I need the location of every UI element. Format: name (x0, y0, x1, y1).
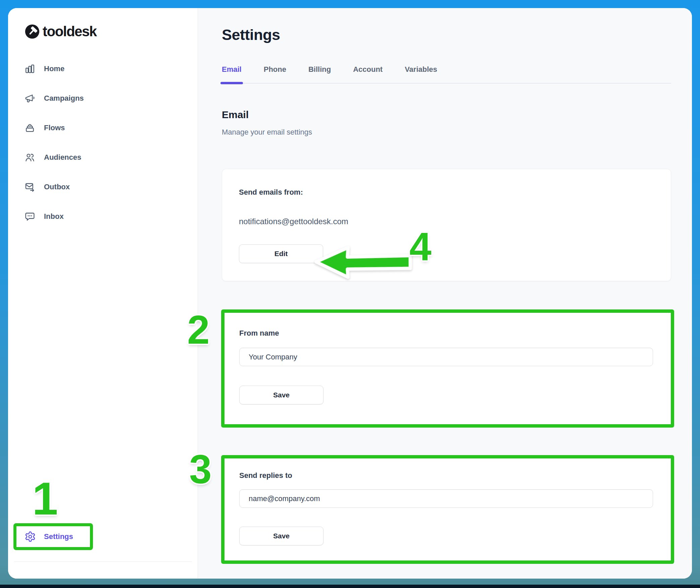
frame-bottom-edge (0, 585, 700, 588)
sidebar-nav: Home Campaigns (24, 60, 84, 225)
megaphone-icon (24, 93, 35, 104)
edit-sender-button[interactable]: Edit (239, 244, 323, 263)
sidebar-item-campaigns[interactable]: Campaigns (24, 90, 84, 107)
tab-billing[interactable]: Billing (308, 65, 331, 83)
gear-icon (24, 531, 36, 542)
sidebar-item-label: Flows (44, 124, 65, 132)
annotation-arrow-icon (314, 242, 413, 283)
sender-email-address: notifications@gettooldesk.com (239, 217, 654, 226)
sidebar-item-label: Campaigns (44, 94, 84, 103)
annotation-number-1: 1 (32, 475, 58, 522)
send-emails-from-label: Send emails from: (239, 188, 654, 197)
users-icon (24, 152, 35, 163)
mail-send-icon (24, 182, 35, 192)
sidebar-item-label: Home (44, 64, 64, 73)
tooldesk-hammer-logo-icon (24, 24, 40, 39)
send-replies-to-label: Send replies to (239, 471, 671, 480)
from-name-label: From name (239, 329, 671, 338)
sidebar-item-label: Audiences (44, 153, 81, 162)
sidebar-item-audiences[interactable]: Audiences (24, 149, 84, 166)
sidebar-item-label: Settings (44, 532, 73, 541)
tab-phone[interactable]: Phone (264, 65, 286, 83)
sidebar-item-flows[interactable]: Flows (24, 119, 84, 136)
settings-tabs: Email Phone Billing Account Variables (222, 65, 671, 84)
stack-icon (24, 122, 35, 133)
sidebar-item-home[interactable]: Home (24, 60, 84, 77)
tab-variables[interactable]: Variables (405, 65, 437, 83)
save-from-name-button[interactable]: Save (239, 386, 323, 404)
save-reply-to-button[interactable]: Save (239, 527, 323, 545)
annotation-number-4: 4 (409, 227, 432, 266)
sidebar-item-outbox[interactable]: Outbox (24, 179, 84, 195)
send-replies-to-card: Send replies to Save (221, 455, 674, 564)
settings-page: Settings Email Phone Billing Account Var… (198, 8, 692, 579)
email-section-subtitle: Manage your email settings (222, 128, 671, 137)
tab-account[interactable]: Account (353, 65, 383, 83)
sidebar-item-settings[interactable]: Settings (13, 523, 93, 550)
sidebar-item-inbox[interactable]: Inbox (24, 208, 84, 225)
tab-email[interactable]: Email (222, 65, 242, 83)
send-emails-from-card: Send emails from: notifications@gettoold… (222, 169, 671, 281)
email-section-title: Email (222, 109, 671, 120)
brand-logo[interactable]: tooldesk (24, 23, 97, 40)
page-title: Settings (222, 26, 671, 44)
from-name-input[interactable] (239, 348, 653, 366)
brand-name: tooldesk (43, 23, 97, 40)
annotation-number-3: 3 (189, 449, 212, 489)
from-name-card: From name Save (221, 309, 674, 428)
annotation-number-2: 2 (187, 309, 210, 350)
app-window: tooldesk Home (8, 8, 692, 579)
sidebar-item-label: Outbox (44, 183, 70, 191)
bar-chart-icon (24, 63, 35, 74)
reply-to-input[interactable] (239, 489, 653, 508)
chat-bubble-icon (24, 211, 35, 222)
sidebar-item-label: Inbox (44, 212, 64, 221)
sidebar-bottom-divider (14, 561, 192, 562)
